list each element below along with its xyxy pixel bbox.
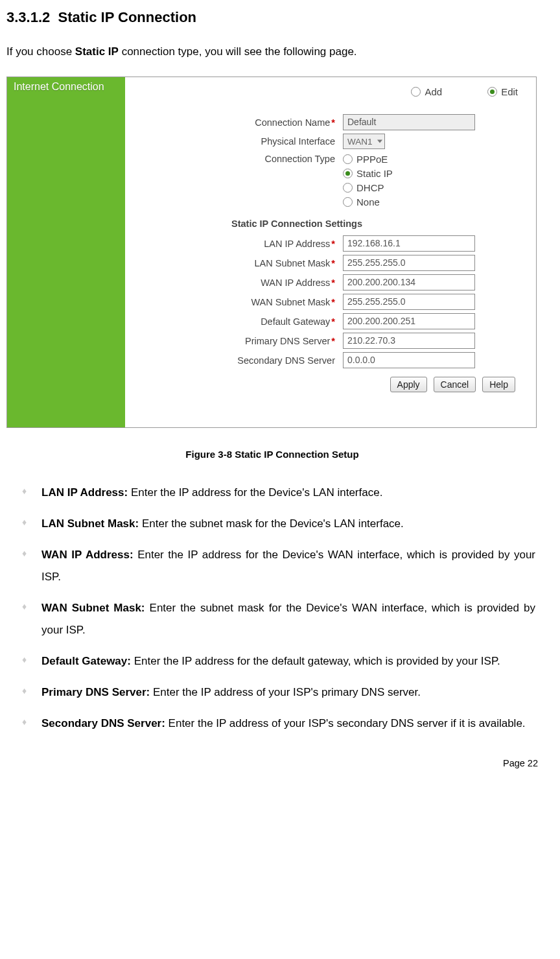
term: WAN Subnet Mask: [41,602,145,614]
figure-caption: Figure 3-8 Static IP Connection Setup [6,449,538,460]
none-radio[interactable]: None [343,196,393,207]
term: Primary DNS Server: [41,686,150,698]
intro-suffix: connection type, you will see the follow… [119,45,357,58]
term-text: Enter the IP address for the Device's LA… [128,486,382,499]
gateway-label: Default Gateway* [134,316,343,327]
add-edit-radio-group: Add Edit [134,84,527,113]
field-description-list: LAN IP Address: Enter the IP address for… [6,482,538,735]
dhcp-label: DHCP [356,182,384,193]
term: LAN IP Address: [41,486,128,499]
radio-icon [343,183,353,193]
radio-icon [343,154,353,164]
term-text: Enter the IP address of your ISP's prima… [150,686,421,698]
add-radio-label: Add [425,86,442,97]
term-text: Enter the subnet mask for the Device's L… [139,517,404,530]
term: Default Gateway: [41,655,131,667]
lan-mask-label: LAN Subnet Mask* [134,258,343,268]
edit-radio[interactable]: Edit [487,86,518,97]
form-panel: Add Edit Connection Name* Default Physic… [125,77,536,427]
pppoe-radio[interactable]: PPPoE [343,154,393,165]
static-ip-label: Static IP [356,168,393,179]
radio-icon [487,87,497,97]
physical-interface-label: Physical Interface [134,136,343,147]
list-item: LAN IP Address: Enter the IP address for… [22,482,535,504]
list-item: Secondary DNS Server: Enter the IP addre… [22,713,535,735]
wan-ip-label: WAN IP Address* [134,278,343,288]
connection-type-label: Connection Type [134,152,343,164]
dhcp-radio[interactable]: DHCP [343,182,393,193]
static-ip-radio[interactable]: Static IP [343,168,393,179]
physical-interface-value: WAN1 [347,137,373,147]
radio-icon [411,87,421,97]
wan-mask-input[interactable]: 255.255.255.0 [343,294,475,310]
lan-ip-label: LAN IP Address* [134,239,343,249]
secondary-dns-input[interactable]: 0.0.0.0 [343,352,475,368]
cancel-button[interactable]: Cancel [434,377,476,392]
wan-mask-label: WAN Subnet Mask* [134,297,343,307]
add-radio[interactable]: Add [411,86,442,97]
radio-icon [343,169,353,178]
list-item: WAN Subnet Mask: Enter the subnet mask f… [22,597,535,641]
pppoe-label: PPPoE [356,154,388,165]
term-text: Enter the IP address of your ISP's secon… [165,717,526,729]
section-number: 3.3.1.2 [6,9,50,25]
static-ip-section-title: Static IP Connection Settings [134,211,527,234]
physical-interface-select[interactable]: WAN1 [343,134,385,149]
connection-name-label: Connection Name* [134,117,343,128]
help-button[interactable]: Help [482,377,515,392]
lan-mask-input[interactable]: 255.255.255.0 [343,255,475,271]
edit-radio-label: Edit [501,86,518,97]
section-heading: 3.3.1.2 Static IP Connection [6,9,538,26]
intro-prefix: If you choose [6,45,75,58]
screenshot-figure: Internet Connection Add Edit Connection … [6,77,537,428]
apply-button[interactable]: Apply [390,377,427,392]
button-row: Apply Cancel Help [134,372,527,395]
sidebar: Internet Connection [7,77,125,427]
page-number: Page 22 [6,744,538,768]
term: Secondary DNS Server: [41,717,165,729]
term: LAN Subnet Mask: [41,517,139,530]
sidebar-title: Internet Connection [7,77,125,97]
chevron-down-icon [377,140,382,143]
radio-icon [343,197,353,207]
lan-ip-input[interactable]: 192.168.16.1 [343,235,475,252]
section-title: Static IP Connection [58,9,197,25]
intro-bold: Static IP [75,45,119,58]
term: WAN IP Address: [41,549,134,561]
connection-name-input[interactable]: Default [343,114,475,130]
primary-dns-input[interactable]: 210.22.70.3 [343,333,475,349]
list-item: WAN IP Address: Enter the IP address for… [22,544,535,588]
primary-dns-label: Primary DNS Server* [134,336,343,346]
wan-ip-input[interactable]: 200.200.200.134 [343,274,475,290]
list-item: LAN Subnet Mask: Enter the subnet mask f… [22,513,535,535]
gateway-input[interactable]: 200.200.200.251 [343,313,475,329]
intro-paragraph: If you choose Static IP connection type,… [6,45,538,58]
none-label: None [356,196,380,207]
term-text: Enter the IP address for the default gat… [131,655,500,667]
connection-type-radio-group: PPPoE Static IP DHCP None [343,152,393,207]
secondary-dns-label: Secondary DNS Server [134,355,343,366]
list-item: Default Gateway: Enter the IP address fo… [22,650,535,672]
list-item: Primary DNS Server: Enter the IP address… [22,681,535,704]
